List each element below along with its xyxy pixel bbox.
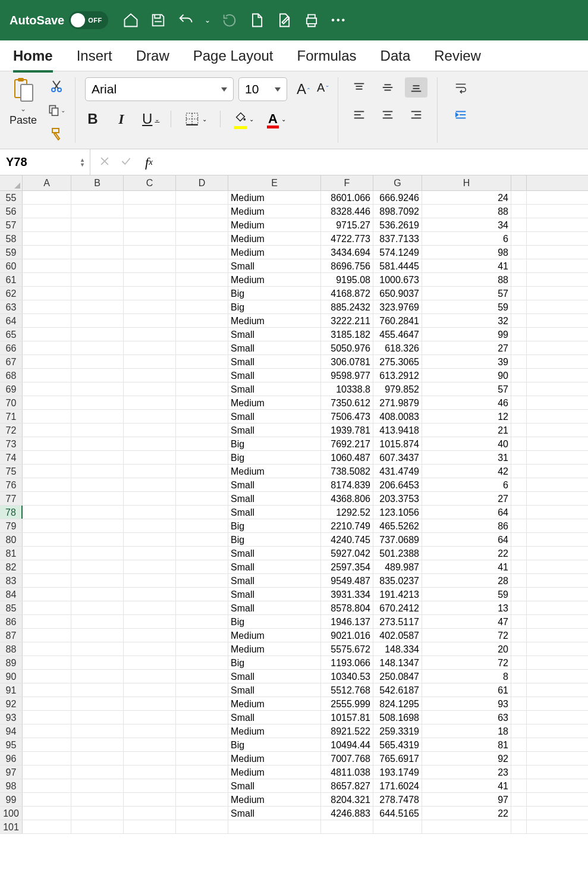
cell[interactable] <box>23 560 71 573</box>
cell[interactable]: Medium <box>228 396 321 409</box>
row-head[interactable]: 59 <box>0 246 23 259</box>
cell[interactable]: 64 <box>422 533 511 546</box>
cell[interactable] <box>71 246 124 259</box>
cell[interactable] <box>176 205 228 218</box>
cell[interactable]: 1015.874 <box>373 437 422 450</box>
cell[interactable] <box>124 629 176 642</box>
cell[interactable]: 99 <box>422 328 511 341</box>
cell[interactable]: 22 <box>422 807 511 820</box>
cell[interactable] <box>71 465 124 478</box>
cell[interactable] <box>71 779 124 792</box>
cell[interactable] <box>23 369 71 382</box>
row-head[interactable]: 73 <box>0 437 23 450</box>
cell[interactable]: 32 <box>422 314 511 327</box>
cell[interactable] <box>511 396 527 409</box>
row-head[interactable]: 69 <box>0 382 23 396</box>
cell[interactable] <box>124 533 176 546</box>
cell[interactable] <box>124 615 176 628</box>
cell[interactable]: Small <box>228 807 321 820</box>
cell[interactable] <box>71 711 124 724</box>
cell[interactable] <box>176 259 228 272</box>
cell[interactable] <box>71 396 124 409</box>
cell[interactable] <box>511 697 527 710</box>
cell[interactable]: 9549.487 <box>321 574 373 587</box>
row-head[interactable]: 95 <box>0 738 23 751</box>
cell[interactable] <box>124 560 176 573</box>
cell[interactable] <box>511 437 527 450</box>
cell[interactable]: Medium <box>228 465 321 478</box>
cell[interactable]: Medium <box>228 697 321 710</box>
cell[interactable] <box>176 533 228 546</box>
cell[interactable] <box>23 588 71 601</box>
cell[interactable] <box>511 752 527 765</box>
row-head[interactable]: 82 <box>0 560 23 573</box>
cut-button[interactable] <box>48 77 65 95</box>
borders-button[interactable]: ⌄ <box>184 111 207 127</box>
cell[interactable]: 1000.673 <box>373 273 422 286</box>
cell[interactable] <box>511 191 527 204</box>
cell[interactable]: Big <box>228 533 321 546</box>
cell[interactable]: Medium <box>228 205 321 218</box>
row-head[interactable]: 93 <box>0 711 23 724</box>
row-head[interactable]: 66 <box>0 341 23 355</box>
cell[interactable]: 2555.999 <box>321 697 373 710</box>
cell[interactable] <box>176 615 228 628</box>
cell[interactable]: 1193.066 <box>321 656 373 669</box>
cell[interactable]: 93 <box>422 697 511 710</box>
cell[interactable] <box>124 451 176 464</box>
cell[interactable]: 34 <box>422 218 511 231</box>
cell[interactable] <box>23 711 71 724</box>
cell[interactable]: 7007.768 <box>321 752 373 765</box>
cell[interactable]: 3222.211 <box>321 314 373 327</box>
cell[interactable]: Big <box>228 287 321 300</box>
cell[interactable]: 61 <box>422 683 511 697</box>
cell[interactable] <box>124 711 176 724</box>
cell[interactable]: 2210.749 <box>321 519 373 532</box>
cell[interactable] <box>23 232 71 245</box>
cell[interactable] <box>511 574 527 587</box>
cell[interactable] <box>23 191 71 204</box>
cell[interactable] <box>71 492 124 505</box>
cell[interactable]: Small <box>228 492 321 505</box>
cell[interactable] <box>176 451 228 464</box>
cell[interactable] <box>176 642 228 655</box>
cell[interactable]: 42 <box>422 465 511 478</box>
tab-formulas[interactable]: Formulas <box>297 44 357 68</box>
cell[interactable] <box>23 478 71 491</box>
cell[interactable] <box>176 588 228 601</box>
cell[interactable] <box>511 205 527 218</box>
cell[interactable]: 193.1749 <box>373 766 422 779</box>
row-head[interactable]: 97 <box>0 766 23 779</box>
cell[interactable] <box>511 273 527 286</box>
col-head-F[interactable]: F <box>321 175 373 190</box>
cell[interactable] <box>176 506 228 519</box>
cell[interactable]: Medium <box>228 232 321 245</box>
align-right-button[interactable] <box>405 105 427 125</box>
cell[interactable]: 1060.487 <box>321 451 373 464</box>
cell[interactable]: 6 <box>422 232 511 245</box>
cell[interactable]: 508.1698 <box>373 711 422 724</box>
cell[interactable]: 20 <box>422 642 511 655</box>
cell[interactable] <box>176 246 228 259</box>
wrap-text-button[interactable] <box>452 77 470 98</box>
cell[interactable] <box>511 615 527 628</box>
cell[interactable] <box>71 273 124 286</box>
cell[interactable]: 88 <box>422 273 511 286</box>
save-icon[interactable] <box>150 12 166 29</box>
cell[interactable]: Big <box>228 615 321 628</box>
cell[interactable] <box>124 820 176 833</box>
cell[interactable]: 4722.773 <box>321 232 373 245</box>
row-head[interactable]: 92 <box>0 697 23 710</box>
cell[interactable] <box>23 451 71 464</box>
cell[interactable] <box>23 382 71 396</box>
cell[interactable]: 4168.872 <box>321 287 373 300</box>
row-head[interactable]: 58 <box>0 232 23 245</box>
cell[interactable]: 760.2841 <box>373 314 422 327</box>
cell[interactable]: 738.5082 <box>321 465 373 478</box>
row-head[interactable]: 62 <box>0 287 23 300</box>
confirm-icon[interactable] <box>120 155 132 170</box>
cell[interactable] <box>124 779 176 792</box>
cell[interactable]: 10157.81 <box>321 711 373 724</box>
row-head[interactable]: 76 <box>0 478 23 491</box>
cell[interactable] <box>511 738 527 751</box>
